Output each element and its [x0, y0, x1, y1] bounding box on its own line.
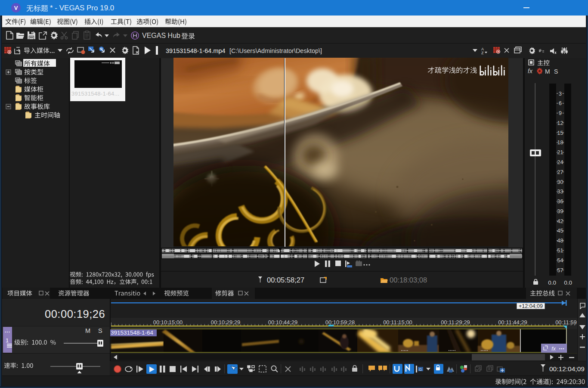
- svg-text:G: G: [419, 367, 422, 372]
